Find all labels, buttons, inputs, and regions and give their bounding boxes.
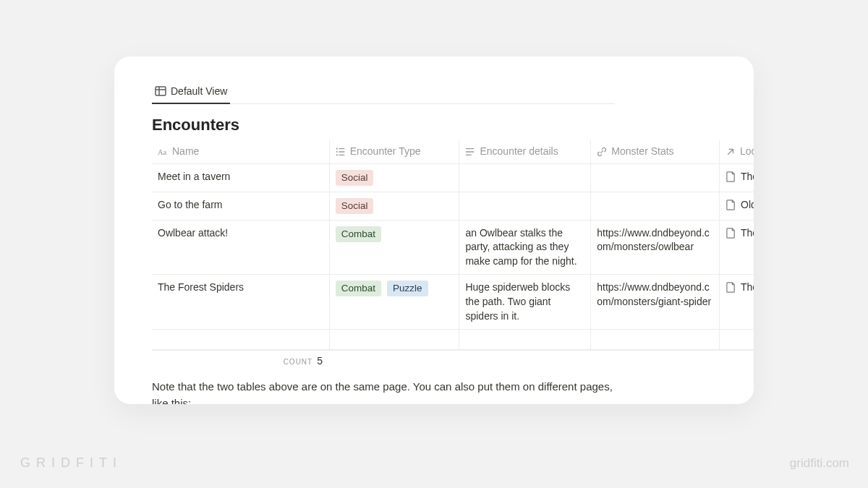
col-header-details[interactable]: Encounter details <box>459 140 591 163</box>
cell-monster-stats[interactable] <box>591 192 720 220</box>
table-icon <box>155 85 166 97</box>
cell-name[interactable]: Owlbear attack! <box>152 221 330 275</box>
page-icon <box>726 282 736 293</box>
cell-encounter-type[interactable]: Combat <box>330 221 460 275</box>
table-row[interactable]: The Forest SpidersCombatPuzzleHuge spide… <box>152 275 754 330</box>
count-value: 5 <box>317 355 323 367</box>
table-header-row: Name Encounter Type Encounter details <box>152 140 754 164</box>
tab-default-view[interactable]: Default View <box>152 85 230 104</box>
col-header-name[interactable]: Name <box>152 140 330 163</box>
cell-monster-stats[interactable]: https://www.dndbeyond.com/monsters/giant… <box>591 275 720 329</box>
cell-encounter-type[interactable]: CombatPuzzle <box>330 275 460 329</box>
table-footer: COUNT 5 <box>152 350 754 370</box>
col-header-stats[interactable]: Monster Stats <box>591 140 720 163</box>
tag: Puzzle <box>387 281 428 296</box>
cell-name[interactable]: Meet in a tavern <box>152 164 330 192</box>
cell-encounter-type[interactable]: Social <box>330 192 460 220</box>
tag: Combat <box>336 281 381 296</box>
tag: Social <box>336 198 374 214</box>
watermark-left: GRIDFITI <box>20 455 122 471</box>
location-chip[interactable]: Old Farm <box>726 198 754 213</box>
cell-name[interactable]: Go to the farm <box>152 192 330 220</box>
cell-location[interactable]: The <box>720 164 754 192</box>
cell-location[interactable]: The <box>720 275 754 329</box>
page-card: Default View Encounters Name Encounter T… <box>114 56 754 404</box>
body-paragraph: Note that the two tables above are on th… <box>152 379 615 404</box>
count-label: COUNT <box>284 358 313 366</box>
tag: Social <box>336 170 374 186</box>
watermark-right: gridfiti.com <box>790 456 849 471</box>
tag: Combat <box>336 226 381 242</box>
location-chip[interactable]: The <box>726 281 754 295</box>
cell-details[interactable]: an Owlbear stalks the party, attacking a… <box>459 221 591 275</box>
table-row[interactable]: Owlbear attack!Combatan Owlbear stalks t… <box>152 221 754 275</box>
page-icon <box>726 228 736 239</box>
cell-details[interactable] <box>459 192 591 220</box>
text-property-icon <box>158 147 168 157</box>
text-lines-icon <box>465 147 475 157</box>
cell-location[interactable]: Old Farm <box>720 192 754 220</box>
table-row[interactable]: Meet in a tavernSocialThe <box>152 164 754 192</box>
col-header-location[interactable]: Loc <box>720 140 754 163</box>
relation-property-icon <box>726 147 736 157</box>
col-header-type[interactable]: Encounter Type <box>330 140 460 163</box>
table-title: Encounters <box>152 116 754 134</box>
cell-encounter-type[interactable]: Social <box>330 164 460 192</box>
url-property-icon <box>597 147 607 157</box>
cell-details[interactable]: Huge spiderweb blocks the path. Two gian… <box>459 275 591 329</box>
page-icon <box>726 171 736 182</box>
multiselect-property-icon <box>336 147 346 157</box>
encounters-table: Name Encounter Type Encounter details <box>152 140 754 350</box>
table-empty-row[interactable] <box>152 330 754 350</box>
view-tabs: Default View <box>152 82 615 104</box>
page-icon <box>726 200 736 210</box>
location-chip[interactable]: The <box>726 170 754 184</box>
cell-monster-stats[interactable] <box>591 164 720 192</box>
cell-name[interactable]: The Forest Spiders <box>152 275 330 329</box>
cell-monster-stats[interactable]: https://www.dndbeyond.com/monsters/owlbe… <box>591 221 720 275</box>
table-row[interactable]: Go to the farmSocialOld Farm <box>152 192 754 221</box>
tab-label: Default View <box>171 85 227 97</box>
cell-details[interactable] <box>459 164 591 192</box>
location-chip[interactable]: The <box>726 226 754 241</box>
cell-location[interactable]: The <box>720 221 754 275</box>
